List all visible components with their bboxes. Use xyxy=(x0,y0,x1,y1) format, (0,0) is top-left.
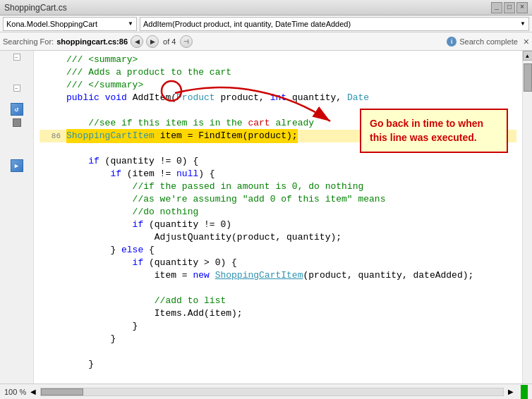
search-close-button[interactable]: × xyxy=(524,36,529,47)
code-line: } xyxy=(40,320,516,333)
code-area[interactable]: /// <summary> /// Adds a product to the … xyxy=(34,51,522,383)
gutter: − − ↺ ▶ xyxy=(0,51,34,383)
code-line: } xyxy=(40,333,516,345)
code-line: } else { xyxy=(40,244,516,257)
search-prev-button[interactable]: ◀ xyxy=(131,35,143,48)
tooltip-text: Go back in time to when this line was ex… xyxy=(370,118,483,143)
main-area: − − ↺ ▶ /// <summary> /// Adds a product… xyxy=(0,51,532,383)
dropdown-arrow-icon: ▼ xyxy=(520,20,526,27)
code-line: /// </summary> xyxy=(40,79,516,92)
code-line: /// Adds a product to the cart xyxy=(40,66,516,79)
code-line: if (quantity != 0) xyxy=(40,219,516,231)
code-line: /// <summary> xyxy=(40,54,516,66)
search-bar: Searching For: shoppingcart.cs:86 ◀ ▶ of… xyxy=(0,32,532,51)
class-dropdown[interactable]: Kona.Model.ShoppingCart ▼ xyxy=(3,17,137,31)
title-controls: _ □ × xyxy=(491,2,528,13)
search-label: Searching For: xyxy=(3,37,54,46)
collapse-icon[interactable]: − xyxy=(13,54,20,61)
code-line xyxy=(40,345,516,358)
scroll-left-button[interactable]: ◀ xyxy=(30,388,36,395)
scroll-right-button[interactable]: ▶ xyxy=(508,388,514,395)
search-last-button[interactable]: ⊣ xyxy=(180,35,193,48)
search-status: Search complete xyxy=(459,37,518,46)
code-line: //if the passed in amount is 0, do nothi… xyxy=(40,180,516,193)
scroll-thumb[interactable] xyxy=(524,63,532,92)
search-count: of 4 xyxy=(163,37,176,46)
maximize-button[interactable]: □ xyxy=(504,2,515,13)
code-line: if (quantity != 0) { xyxy=(40,155,516,168)
code-line: //add to list xyxy=(40,295,516,307)
info-icon: i xyxy=(447,37,457,47)
code-line: if (item != null) { xyxy=(40,168,516,180)
collapse-icon-2[interactable]: − xyxy=(13,85,20,92)
title-text: ShoppingCart.cs xyxy=(4,3,67,13)
code-line: if (quantity > 0) { xyxy=(40,257,516,269)
nav-bar: Kona.Model.ShoppingCart ▼ AddItem(Produc… xyxy=(0,16,532,32)
green-indicator xyxy=(521,385,528,399)
method-name: AddItem(Product product, int quantity, D… xyxy=(143,20,351,28)
code-line: public void AddItem(Product product, int… xyxy=(40,92,516,104)
dropdown-arrow-icon: ▼ xyxy=(128,20,133,27)
close-button[interactable]: × xyxy=(516,2,528,13)
tooltip-box: Go back in time to when this line was ex… xyxy=(360,109,508,153)
code-line: Items.Add(item); xyxy=(40,307,516,320)
pin-icon xyxy=(13,118,21,127)
horizontal-scroll-thumb[interactable] xyxy=(41,388,83,395)
code-line xyxy=(40,371,516,383)
code-line: } xyxy=(40,358,516,371)
debug-back-button[interactable]: ↺ xyxy=(11,103,23,116)
title-bar: ShoppingCart.cs _ □ × xyxy=(0,0,532,16)
code-line: item = new ShoppingCartItem(product, qua… xyxy=(40,269,516,282)
code-line: //do nothing xyxy=(40,206,516,219)
bottom-bar: 100 % ◀ ▶ xyxy=(0,383,532,399)
right-scrollbar[interactable]: ▲ xyxy=(522,51,532,383)
horizontal-scrollbar[interactable] xyxy=(40,388,504,396)
side-action-button[interactable]: ▶ xyxy=(11,159,23,172)
method-dropdown[interactable]: AddItem(Product product, int quantity, D… xyxy=(140,17,529,31)
zoom-level: 100 % xyxy=(4,388,26,396)
minimize-button[interactable]: _ xyxy=(491,2,502,13)
search-value: shoppingcart.cs:86 xyxy=(56,37,128,46)
search-next-button[interactable]: ▶ xyxy=(146,35,159,48)
search-complete: i Search complete xyxy=(447,37,518,47)
code-line: //as we're assuming "add 0 of this item"… xyxy=(40,193,516,206)
class-name: Kona.Model.ShoppingCart xyxy=(6,20,97,28)
code-line xyxy=(40,282,516,295)
scroll-up-button[interactable]: ▲ xyxy=(523,51,533,61)
code-line: AdjustQuantity(product, quantity); xyxy=(40,231,516,244)
